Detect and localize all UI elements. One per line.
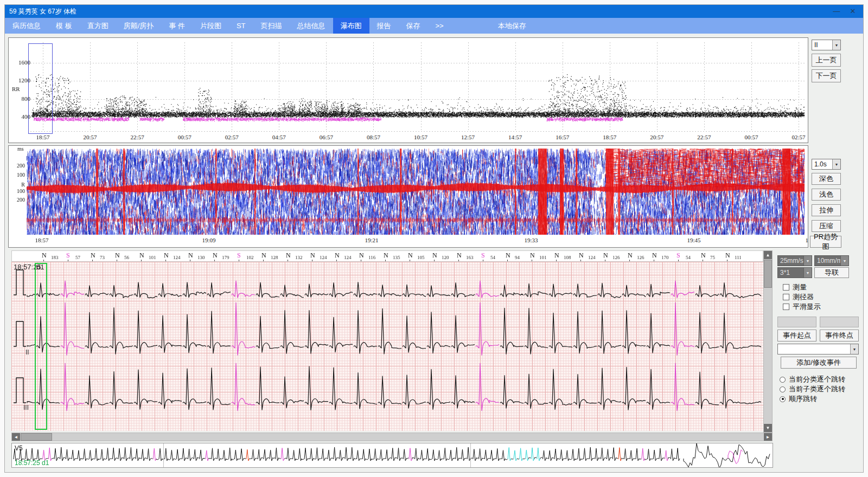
beat-rr-value: 124 <box>320 255 327 260</box>
menu-item-4[interactable]: 房颤/房扑 <box>116 18 162 34</box>
ecg-vertical-scrollbar[interactable]: ▲ ▼ <box>763 250 773 433</box>
menu-item-6[interactable]: 片段图 <box>193 18 229 34</box>
event-start-field[interactable] <box>777 317 816 327</box>
checkbox-1[interactable]: 测量 <box>777 282 807 292</box>
menu-item-13[interactable]: >> <box>428 18 451 34</box>
event-end-button[interactable]: 事件终点 <box>820 330 859 341</box>
interval-select[interactable]: 1.0s ▼ <box>812 159 841 170</box>
rhythm-strip[interactable]: V5 18:57:25 d1 <box>11 443 773 468</box>
beat-rr-value: 128 <box>271 255 278 260</box>
v5-rhythm-canvas[interactable] <box>12 443 773 467</box>
beat-rr-value: 54 <box>490 255 495 260</box>
beat-symbol: N <box>384 252 388 260</box>
beat-symbol: N <box>603 252 608 260</box>
rr-xtick: 12:57 <box>457 134 480 140</box>
paper-speed-select[interactable]: 25mm/s ▼ <box>777 255 812 266</box>
wf-xtick: 18:57 <box>30 237 54 243</box>
rr-xtick: 22:57 <box>126 134 149 140</box>
wf-button-4[interactable]: 压缩 <box>812 220 841 232</box>
rr-axis-label: RR <box>12 86 20 92</box>
radio-label: 当前分类逐个跳转 <box>789 375 845 384</box>
waterfall-plot[interactable] <box>27 149 805 235</box>
ecg-strip-canvas[interactable] <box>11 262 763 431</box>
window-title: 59 莫秀英 女 67岁 体检 <box>9 7 76 16</box>
horizontal-scroll-thumb[interactable] <box>21 433 52 441</box>
close-icon[interactable]: ✕ <box>845 5 861 18</box>
checkbox-3[interactable]: 平滑显示 <box>777 302 821 312</box>
ecg-horizontal-scrollbar[interactable]: ◄ ► <box>11 433 773 441</box>
beat-symbol: N <box>359 252 364 260</box>
add-modify-event-button[interactable]: 添加/修改事件 <box>781 357 857 369</box>
jump-mode-radio-2[interactable]: 当前子类逐个跳转 <box>780 384 845 394</box>
wf-ytick: 200 <box>10 197 25 203</box>
scroll-left-icon[interactable]: ◄ <box>12 433 20 441</box>
menu-item-1[interactable]: 病历信息 <box>5 18 48 34</box>
wf-ytick: R <box>10 182 25 188</box>
wf-button-2[interactable]: 浅色 <box>812 189 841 201</box>
minimize-icon[interactable]: — <box>828 5 845 18</box>
checkbox-box <box>783 304 789 310</box>
jump-mode-radio-1[interactable]: 当前分类逐个跳转 <box>780 375 845 384</box>
chevron-down-icon: ▼ <box>850 344 858 354</box>
radio-circle <box>780 386 786 392</box>
event-type-select[interactable]: ▼ <box>777 344 859 354</box>
checkbox-2[interactable]: 测径器 <box>777 292 814 302</box>
lead-select[interactable]: II ▼ <box>812 40 841 50</box>
rr-xtick: 02:57 <box>787 134 808 140</box>
beat-symbol: N <box>725 252 730 260</box>
vertical-scroll-thumb[interactable] <box>764 260 772 288</box>
strip-timestamp: 18:57:25 d1 <box>15 459 49 467</box>
prev-page-button[interactable]: 上一页 <box>812 54 841 67</box>
layout-select[interactable]: 3*1 ▼ <box>777 267 812 278</box>
beat-annotation-row[interactable]: N183S57N73N56N101N124N130N179S102N128N13… <box>11 250 763 262</box>
ecg-grid[interactable]: 18:57:25 d1 IIIII <box>11 262 763 431</box>
jump-mode-radio-3[interactable]: 顺序跳转 <box>780 394 817 404</box>
radio-circle <box>780 396 786 402</box>
chevron-down-icon: ▼ <box>803 256 812 266</box>
wf-ytick: 100 <box>10 188 25 194</box>
rr-xtick: 16:57 <box>551 134 574 140</box>
beat-symbol: N <box>261 252 266 260</box>
beat-symbol: N <box>164 252 169 260</box>
beat-symbol: S <box>676 252 680 260</box>
wf-xtick: 19:21 <box>360 237 384 243</box>
beat-rr-value: 116 <box>368 255 375 260</box>
rr-selection-box[interactable] <box>28 43 53 134</box>
next-page-button[interactable]: 下一页 <box>812 69 841 82</box>
rr-trend-plot[interactable] <box>9 38 808 133</box>
chevron-down-icon: ▼ <box>832 40 840 50</box>
event-end-field[interactable] <box>820 317 859 327</box>
rr-ytick: 800 <box>16 95 30 102</box>
lead-config-button[interactable]: 导联 <box>814 267 849 278</box>
menu-item-10[interactable]: 瀑布图 <box>333 18 369 34</box>
menu-item-14[interactable]: 本地保存 <box>490 18 534 34</box>
scroll-right-icon[interactable]: ► <box>764 433 772 441</box>
scroll-down-icon[interactable]: ▼ <box>764 424 772 432</box>
menu-item-9[interactable]: 总结信息 <box>290 18 333 34</box>
beat-symbol: N <box>701 252 706 260</box>
menu-item-2[interactable]: 模 板 <box>48 18 80 34</box>
wf-button-1[interactable]: 深色 <box>812 173 841 185</box>
beat-rr-value: 57 <box>75 255 80 260</box>
menu-item-12[interactable]: 保存 <box>399 18 428 34</box>
title-bar: 59 莫秀英 女 67岁 体检 — ✕ <box>5 5 863 18</box>
event-start-button[interactable]: 事件起点 <box>777 330 816 341</box>
wf-button-3[interactable]: 拉伸 <box>812 204 841 216</box>
rr-xtick: 00:57 <box>173 134 196 140</box>
rr-xtick: 18:57 <box>31 134 54 140</box>
beat-rr-value: 126 <box>612 255 620 260</box>
beat-rr-value: 108 <box>564 255 571 260</box>
menu-item-11[interactable]: 报告 <box>369 18 399 34</box>
beat-symbol: S <box>481 252 485 260</box>
wf-button-5[interactable]: PR趋势图 <box>810 236 841 248</box>
beat-rr-value: 73 <box>100 255 105 260</box>
menu-item-3[interactable]: 直方图 <box>80 18 116 34</box>
menu-item-7[interactable]: ST <box>229 18 253 34</box>
gain-select[interactable]: 10mm/mV ▼ <box>814 255 849 266</box>
scroll-up-icon[interactable]: ▲ <box>764 251 772 259</box>
menu-item-5[interactable]: 事 件 <box>161 18 193 34</box>
wf-xtick: 19:57 <box>800 237 808 243</box>
beat-symbol: N <box>554 252 559 260</box>
selected-beat-box[interactable] <box>35 263 47 430</box>
menu-item-8[interactable]: 页扫描 <box>253 18 290 34</box>
